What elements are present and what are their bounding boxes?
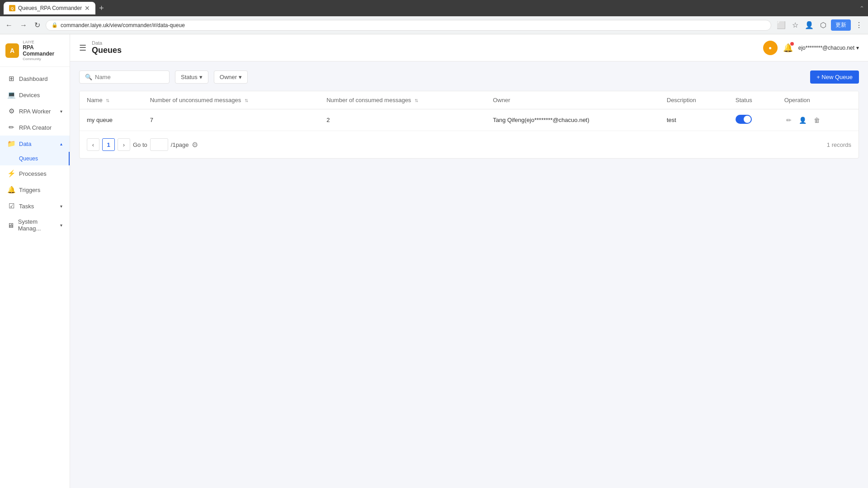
delete-button[interactable]: 🗑 xyxy=(812,116,822,125)
table-header: Name ⇅ Number of unconsumed messages ⇅ N… xyxy=(80,91,859,109)
edit-button[interactable]: ✏ xyxy=(784,116,793,125)
sidebar: A LAIYE RPA Commander Community ⊞ Dashbo… xyxy=(0,34,70,488)
cast-icon[interactable]: ⬜ xyxy=(775,19,788,31)
pagination-row: ‹ 1 › Go to /1page ⚙ 1 records xyxy=(80,131,859,158)
extensions-icon[interactable]: ⬡ xyxy=(818,19,828,31)
page-1-button[interactable]: 1 xyxy=(102,138,115,151)
logo-name: RPA Commander xyxy=(23,44,64,57)
data-icon: 📁 xyxy=(7,140,15,148)
devices-icon: 💻 xyxy=(7,91,15,99)
update-button[interactable]: 更新 xyxy=(831,19,851,31)
back-button[interactable]: ← xyxy=(4,19,14,31)
sidebar-item-rpa-worker[interactable]: ⚙ RPA Worker ▾ xyxy=(0,103,70,119)
sidebar-item-queues[interactable]: Queues xyxy=(0,152,70,165)
breadcrumb: Data xyxy=(92,40,122,46)
tasks-arrow-icon: ▾ xyxy=(60,204,62,209)
toolbar-icons: ⬜ ☆ 👤 ⬡ 更新 ⋮ xyxy=(775,19,864,31)
row-unconsumed: 7 xyxy=(143,109,320,131)
status-filter-button[interactable]: Status ▾ xyxy=(175,70,208,84)
col-consumed[interactable]: Number of consumed messages ⇅ xyxy=(319,91,486,109)
col-unconsumed[interactable]: Number of unconsumed messages ⇅ xyxy=(143,91,320,109)
page-settings-button[interactable]: ⚙ xyxy=(192,141,198,149)
next-page-button[interactable]: › xyxy=(118,138,130,151)
sidebar-item-data[interactable]: 📁 Data ▴ xyxy=(0,136,70,152)
rpa-creator-icon: ✏ xyxy=(7,123,15,131)
reload-button[interactable]: ↻ xyxy=(33,19,42,31)
browser-tab[interactable]: Q Queues_RPA Commander ✕ xyxy=(4,2,95,14)
prev-page-button[interactable]: ‹ xyxy=(87,138,99,151)
new-queue-label: + New Queue xyxy=(816,74,853,80)
col-operation: Operation xyxy=(777,91,859,109)
table-row: my queue 7 2 Tang Qifeng(ejo********@cha… xyxy=(80,109,859,131)
filters-row: 🔍 Status ▾ Owner ▾ + New Queue xyxy=(79,70,859,84)
address-bar: ← → ↻ 🔒 commander.laiye.uk/view/commande… xyxy=(0,16,868,34)
page-info: Data Queues xyxy=(92,40,122,55)
status-filter-arrow-icon: ▾ xyxy=(199,74,203,80)
queues-table: Name ⇅ Number of unconsumed messages ⇅ N… xyxy=(80,91,859,131)
sidebar-item-devices[interactable]: 💻 Devices xyxy=(0,87,70,103)
rpa-worker-icon: ⚙ xyxy=(7,107,15,115)
user-menu-arrow-icon: ▾ xyxy=(856,45,859,51)
logo-icon: A xyxy=(5,43,19,58)
system-manage-arrow-icon: ▾ xyxy=(60,223,62,228)
browser-chrome: Q Queues_RPA Commander ✕ + ⌃ xyxy=(0,0,868,16)
name-sort-icon: ⇅ xyxy=(106,98,109,103)
app-container: A LAIYE RPA Commander Community ⊞ Dashbo… xyxy=(0,34,868,488)
sidebar-nav: ⊞ Dashboard 💻 Devices ⚙ RPA Worker ▾ ✏ R… xyxy=(0,67,70,239)
sidebar-item-dashboard[interactable]: ⊞ Dashboard xyxy=(0,70,70,87)
sidebar-item-processes-label: Processes xyxy=(19,170,47,177)
logo-brand: LAIYE xyxy=(23,40,64,44)
url-bar[interactable]: 🔒 commander.laiye.uk/view/commander/#/da… xyxy=(46,20,771,31)
system-manage-icon: 🖥 xyxy=(7,221,14,229)
action-buttons: ✏ 👤 🗑 xyxy=(784,116,851,125)
queues-table-wrap: Name ⇅ Number of unconsumed messages ⇅ N… xyxy=(79,91,859,159)
col-owner: Owner xyxy=(486,91,660,109)
consumed-sort-icon: ⇅ xyxy=(415,98,418,103)
sidebar-item-processes[interactable]: ⚡ Processes xyxy=(0,165,70,182)
dashboard-icon: ⊞ xyxy=(7,75,15,83)
tab-close-icon[interactable]: ✕ xyxy=(85,5,90,12)
lock-icon: 🔒 xyxy=(52,22,58,28)
sidebar-item-tasks-label: Tasks xyxy=(19,203,34,210)
assign-button[interactable]: 👤 xyxy=(797,116,808,125)
user-menu[interactable]: ejo********@chacuo.net ▾ xyxy=(798,45,859,51)
notification-badge xyxy=(790,42,794,46)
menu-icon[interactable]: ⋮ xyxy=(854,19,864,31)
goto-input[interactable] xyxy=(150,138,168,151)
owner-filter-arrow-icon: ▾ xyxy=(239,74,242,80)
new-tab-button[interactable]: + xyxy=(99,4,104,13)
records-count: 1 records xyxy=(827,141,851,148)
search-input[interactable] xyxy=(95,74,164,80)
sidebar-item-system-manage-label: System Manag... xyxy=(18,218,57,232)
sidebar-item-triggers[interactable]: 🔔 Triggers xyxy=(0,182,70,198)
status-indicator: ● xyxy=(763,41,778,55)
sidebar-item-tasks[interactable]: ☑ Tasks ▾ xyxy=(0,198,70,214)
topbar-left: ☰ Data Queues xyxy=(79,40,122,55)
logo-community: Community xyxy=(23,57,64,61)
col-name[interactable]: Name ⇅ xyxy=(80,91,143,109)
forward-button[interactable]: → xyxy=(18,19,29,31)
row-owner: Tang Qifeng(ejo********@chacuo.net) xyxy=(486,109,660,131)
content-area: 🔍 Status ▾ Owner ▾ + New Queue xyxy=(70,61,868,488)
status-toggle[interactable] xyxy=(736,115,752,124)
menu-toggle-button[interactable]: ☰ xyxy=(79,43,86,53)
owner-filter-label: Owner xyxy=(220,74,237,80)
main-content: ☰ Data Queues ● 🔔 ejo********@chacuo.net… xyxy=(70,34,868,488)
topbar-right: ● 🔔 ejo********@chacuo.net ▾ xyxy=(763,41,859,55)
owner-filter-button[interactable]: Owner ▾ xyxy=(214,70,248,84)
notifications-button[interactable]: 🔔 xyxy=(783,43,793,53)
row-status xyxy=(728,109,777,131)
page-title: Queues xyxy=(92,46,122,55)
bookmark-icon[interactable]: ☆ xyxy=(790,19,800,31)
new-queue-button[interactable]: + New Queue xyxy=(810,70,859,84)
rpa-worker-arrow-icon: ▾ xyxy=(60,109,62,114)
search-wrap[interactable]: 🔍 xyxy=(79,70,170,84)
sidebar-item-rpa-creator-label: RPA Creator xyxy=(19,124,52,131)
user-email: ejo********@chacuo.net xyxy=(798,45,854,51)
url-text: commander.laiye.uk/view/commander/#/data… xyxy=(61,22,765,28)
pagination-left: ‹ 1 › Go to /1page ⚙ xyxy=(87,138,198,151)
profile-icon[interactable]: 👤 xyxy=(803,19,816,31)
sidebar-item-system-manage[interactable]: 🖥 System Manag... ▾ xyxy=(0,214,70,236)
tab-favicon: Q xyxy=(9,5,15,11)
sidebar-item-rpa-creator[interactable]: ✏ RPA Creator xyxy=(0,119,70,136)
